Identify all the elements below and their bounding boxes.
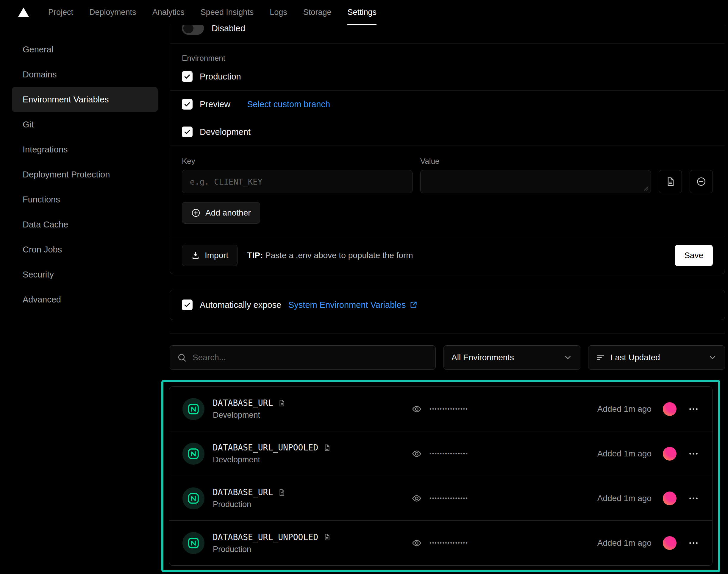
add-another-label: Add another [205,208,251,218]
sort-value: Last Updated [610,353,660,362]
annotation-highlight-box: DATABASE_URL Development ••••• [161,380,720,572]
reveal-value-eye-icon[interactable] [412,404,422,414]
search-box [170,345,436,370]
environment-option-production: Production [170,63,725,90]
checkbox-check-icon [183,301,191,309]
nav-item-logs[interactable]: Logs [270,0,287,25]
nav-item-project[interactable]: Project [48,0,73,25]
sidebar-item-general[interactable]: General [12,37,158,62]
sidebar-item-git[interactable]: Git [12,112,158,137]
sidebar-item-integrations[interactable]: Integrations [12,137,158,162]
vercel-logo-icon[interactable] [17,6,30,19]
environment-filter-select[interactable]: All Environments [443,345,581,370]
checkbox-check-icon [183,100,191,108]
reveal-value-eye-icon[interactable] [412,449,422,459]
nav-item-speed-insights[interactable]: Speed Insights [201,0,254,25]
env-var-environment: Production [213,500,286,509]
preview-label: Preview [200,99,230,109]
user-avatar [663,492,677,505]
section-divider [170,333,725,333]
neon-integration-icon [182,532,205,554]
sidebar-item-deployment-protection[interactable]: Deployment Protection [12,162,158,187]
import-tip: TIP: Paste a .env above to populate the … [247,251,413,260]
sidebar-item-security[interactable]: Security [12,262,158,287]
development-checkbox[interactable] [182,127,192,137]
import-button[interactable]: Import [182,245,238,266]
tip-text: Paste a .env above to populate the form [265,251,413,260]
sort-select[interactable]: Last Updated [588,345,725,370]
system-env-link[interactable]: System Environment Variables [288,300,418,310]
reveal-value-eye-icon[interactable] [412,493,422,503]
reveal-value-eye-icon[interactable] [412,538,422,548]
key-value-form: Key Value [170,146,725,193]
env-var-row-3: DATABASE_URL Production •••••• [169,476,712,521]
env-var-info: DATABASE_URL Development [182,398,412,420]
env-var-info: DATABASE_URL Production [182,487,412,509]
added-timestamp: Added 1m ago [597,449,651,458]
added-timestamp: Added 1m ago [597,404,651,414]
document-icon [665,176,675,187]
search-input[interactable] [192,353,428,362]
paste-env-button[interactable] [659,170,682,193]
environment-option-preview: Preview Select custom branch [170,90,725,118]
sidebar-item-data-cache[interactable]: Data Cache [12,212,158,237]
production-checkbox[interactable] [182,71,192,82]
note-icon[interactable] [323,444,331,452]
environment-filter-value: All Environments [452,353,514,362]
key-field: Key [182,157,413,193]
plus-circle-icon [191,208,201,218]
form-footer: Import TIP: Paste a .env above to popula… [170,237,725,274]
note-icon[interactable] [278,399,286,407]
sidebar-item-cron-jobs[interactable]: Cron Jobs [12,237,158,262]
sidebar-item-advanced[interactable]: Advanced [12,287,158,312]
env-var-info: DATABASE_URL_UNPOOLED Development [182,443,412,465]
user-avatar [663,536,677,550]
key-input[interactable] [182,170,413,193]
preview-checkbox[interactable] [182,99,192,110]
environment-option-development: Development [170,118,725,146]
nav-item-analytics[interactable]: Analytics [153,0,184,25]
remove-row-button[interactable] [690,170,713,193]
env-var-environment: Development [213,411,286,420]
sidebar-item-environment-variables[interactable]: Environment Variables [12,87,158,112]
resize-grip-icon[interactable] [644,186,648,191]
value-input[interactable] [420,170,651,193]
system-env-checkbox[interactable] [182,299,192,310]
row-menu-button[interactable] [688,493,699,504]
add-env-var-card: Disabled Environment Production [170,6,725,274]
row-menu-button[interactable] [688,403,699,415]
env-var-name: DATABASE_URL_UNPOOLED [213,532,318,542]
env-var-row-2: DATABASE_URL_UNPOOLED Development [169,432,712,476]
masked-value: ••••••••••••••• [429,406,468,412]
checkbox-check-icon [183,73,191,80]
nav-item-storage[interactable]: Storage [303,0,332,25]
filters-row: All Environments Last Updated [170,345,725,370]
masked-value: ••••••••••••••• [429,495,468,502]
env-var-row-4: DATABASE_URL_UNPOOLED Production [169,521,712,565]
user-avatar [663,402,677,416]
row-menu-button[interactable] [688,448,699,459]
env-var-environment: Development [213,455,331,464]
value-field: Value [420,157,651,193]
top-navbar: Project Deployments Analytics Speed Insi… [0,0,728,25]
system-env-card: Automatically expose System Environment … [170,290,725,320]
note-icon[interactable] [278,489,286,496]
system-env-text: Automatically expose [200,300,281,310]
chevron-down-icon [563,353,572,362]
save-button[interactable]: Save [675,245,713,266]
main-content: Disabled Environment Production [170,25,728,572]
added-timestamp: Added 1m ago [597,494,651,503]
nav-item-settings[interactable]: Settings [347,0,377,25]
settings-sidebar: General Domains Environment Variables Gi… [0,25,170,312]
sidebar-item-functions[interactable]: Functions [12,187,158,212]
nav-item-deployments[interactable]: Deployments [89,0,136,25]
note-icon[interactable] [323,533,331,541]
row-menu-button[interactable] [688,537,699,549]
sidebar-item-domains[interactable]: Domains [12,62,158,87]
add-another-button[interactable]: Add another [182,202,260,223]
tip-prefix: TIP: [247,251,263,260]
select-custom-branch-link[interactable]: Select custom branch [247,99,330,109]
value-label: Value [420,157,651,166]
download-icon [191,251,200,260]
user-avatar [663,447,677,460]
